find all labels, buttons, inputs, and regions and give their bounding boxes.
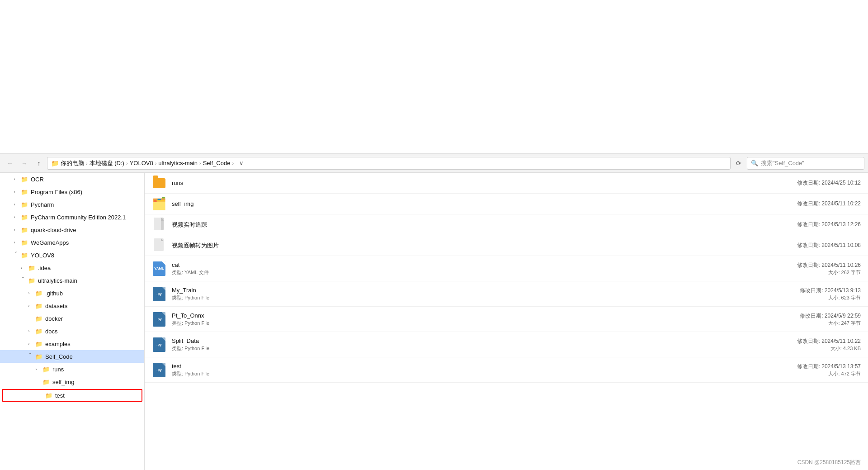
search-placeholder: 搜索"Self_Code" (761, 159, 804, 167)
sidebar-item-label: WeGameApps (31, 239, 69, 246)
address-bar: ← → ↑ 📁 你的电脑 › 本地磁盘 (D:) › YOLOV8 › ultr… (0, 154, 868, 173)
expand-icon: › (18, 277, 25, 284)
sidebar-item-label: self_img (52, 379, 74, 385)
folder-icon: 📁 (44, 392, 53, 399)
back-button[interactable]: ← (4, 157, 16, 170)
crumb-disk[interactable]: 本地磁盘 (D:) (90, 159, 124, 167)
sidebar-item-self-code[interactable]: › 📁 Self_Code (0, 350, 144, 363)
expand-icon: › (11, 176, 18, 183)
sidebar-item-pycharm[interactable]: › 📁 Pycharm (0, 198, 144, 211)
file-icon-pt-to-onnx: .py (152, 312, 166, 327)
folder-icon: 📁 (20, 176, 29, 183)
file-type: 类型: Python File (172, 320, 756, 327)
sidebar-item-program-files[interactable]: › 📁 Program Files (x86) (0, 185, 144, 198)
sidebar-item-self-img[interactable]: 📁 self_img (0, 375, 144, 388)
sidebar: › 📁 OCR › 📁 Program Files (x86) › 📁 Pych… (0, 173, 145, 470)
sidebar-item-docs[interactable]: › 📁 docs (0, 325, 144, 337)
crumb-sep-2: › (126, 161, 128, 166)
file-row[interactable]: .py test 类型: Python File 修改日期: 2024/5/13… (145, 357, 868, 383)
folder-icon: 📁 (34, 340, 43, 347)
sidebar-item-examples[interactable]: › 📁 examples (0, 337, 144, 350)
file-row[interactable]: .py Pt_To_Onnx 类型: Python File 修改日期: 202… (145, 307, 868, 332)
top-area (0, 0, 868, 154)
expand-icon: › (25, 353, 33, 360)
file-row[interactable]: 视频实时追踪 修改日期: 2024/5/13 12:26 (145, 214, 868, 235)
crumb-sep-3: › (155, 161, 157, 166)
file-info: Pt_To_Onnx 类型: Python File (172, 312, 756, 327)
file-type: 类型: YAML 文件 (172, 269, 756, 276)
expand-icon (33, 378, 40, 385)
sidebar-item-yolov8[interactable]: › 📁 YOLOV8 (0, 249, 144, 261)
file-icon-cat: YAML (152, 261, 166, 276)
sidebar-item-ocr[interactable]: › 📁 OCR (0, 173, 144, 185)
folder-icon: 📁 (34, 302, 43, 309)
expand-icon: › (11, 226, 18, 233)
folder-icon: 📁 (20, 201, 29, 208)
file-icon-my-train: .py (152, 287, 166, 301)
folder-icon: 📁 (42, 366, 51, 373)
expand-icon: › (25, 340, 33, 347)
folder-icon: 📁 (34, 315, 43, 322)
address-dropdown-button[interactable]: ∨ (237, 160, 245, 166)
file-icon-video-track (152, 218, 166, 232)
expand-icon (35, 392, 42, 399)
sidebar-item-quark[interactable]: › 📁 quark-cloud-drive (0, 223, 144, 236)
forward-button[interactable]: → (18, 157, 31, 170)
sidebar-item-github[interactable]: › 📁 .github (0, 287, 144, 299)
sidebar-item-label: .idea (38, 265, 51, 271)
sidebar-item-wegame[interactable]: › 📁 WeGameApps (0, 236, 144, 249)
folder-icon: 📁 (42, 378, 51, 385)
refresh-button[interactable]: ⟳ (732, 157, 745, 170)
up-button[interactable]: ↑ (33, 157, 45, 170)
file-row[interactable]: runs 修改日期: 2024/4/25 10:12 (145, 173, 868, 194)
content-pane: runs 修改日期: 2024/4/25 10:12 🗂️ self_img 修… (145, 173, 868, 470)
sidebar-item-ultralytics[interactable]: › 📁 ultralytics-main (0, 274, 144, 287)
sidebar-item-label: Self_Code (45, 353, 73, 360)
folder-icon: 📁 (34, 328, 43, 335)
sidebar-item-test[interactable]: 📁 test (2, 389, 142, 402)
generic-file-icon (153, 218, 165, 232)
file-row[interactable]: 🗂️ self_img 修改日期: 2024/5/11 10:22 (145, 194, 868, 214)
address-box[interactable]: 📁 你的电脑 › 本地磁盘 (D:) › YOLOV8 › ultralytic… (47, 157, 731, 170)
file-info: 视频实时追踪 (172, 221, 756, 229)
sidebar-item-runs[interactable]: › 📁 runs (0, 363, 144, 375)
sidebar-item-idea[interactable]: › 📁 .idea (0, 261, 144, 274)
sidebar-item-pycharm-community[interactable]: › 📁 PyCharm Community Edition 2022.1 (0, 211, 144, 223)
folder-icon: 📁 (34, 353, 43, 360)
search-box[interactable]: 🔍 搜索"Self_Code" (747, 157, 864, 170)
sidebar-item-label: examples (45, 341, 71, 347)
file-row[interactable]: .py Split_Data 类型: Python File 修改日期: 202… (145, 332, 868, 357)
file-type: 类型: Python File (172, 370, 756, 377)
sidebar-item-datasets[interactable]: › 📁 datasets (0, 299, 144, 312)
crumb-sep-5: › (232, 161, 234, 166)
file-name: Pt_To_Onnx (172, 312, 756, 319)
main-area: › 📁 OCR › 📁 Program Files (x86) › 📁 Pych… (0, 173, 868, 470)
file-row[interactable]: 视频逐帧转为图片 修改日期: 2024/5/11 10:08 (145, 235, 868, 256)
expand-icon: › (25, 328, 33, 335)
crumb-selfcode[interactable]: Self_Code (203, 160, 231, 166)
file-icon-self-img: 🗂️ (152, 197, 166, 211)
file-row[interactable]: .py My_Train 类型: Python File 修改日期: 2024/… (145, 281, 868, 307)
sidebar-item-label: .github (45, 290, 63, 297)
folder-icon: 📁 (20, 252, 29, 259)
file-date: 修改日期: 2024/5/11 10:22 大小: 4.23 KB (761, 337, 861, 352)
search-icon: 🔍 (751, 160, 758, 166)
file-name: runs (172, 180, 756, 186)
file-date: 修改日期: 2024/5/9 22:59 大小: 247 字节 (761, 312, 861, 327)
crumb-yolov8[interactable]: YOLOV8 (130, 160, 153, 166)
crumb-computer[interactable]: 你的电脑 (61, 159, 84, 167)
expand-icon: › (11, 201, 18, 208)
expand-icon: › (33, 366, 40, 373)
sidebar-item-label: datasets (45, 303, 67, 309)
file-icon-runs (152, 176, 166, 190)
crumb-sep-4: › (199, 161, 201, 166)
crumb-ultralytics[interactable]: ultralytics-main (158, 160, 198, 166)
file-info: 视频逐帧转为图片 (172, 242, 756, 250)
sidebar-item-docker[interactable]: 📁 docker (0, 312, 144, 325)
file-row[interactable]: YAML cat 类型: YAML 文件 修改日期: 2024/5/11 10:… (145, 256, 868, 281)
crumb-sep-1: › (86, 161, 88, 166)
sidebar-item-label: quark-cloud-drive (31, 227, 76, 233)
sidebar-item-label: Pycharm (31, 201, 54, 208)
file-info: self_img (172, 200, 756, 207)
file-icon-split-data: .py (152, 337, 166, 352)
